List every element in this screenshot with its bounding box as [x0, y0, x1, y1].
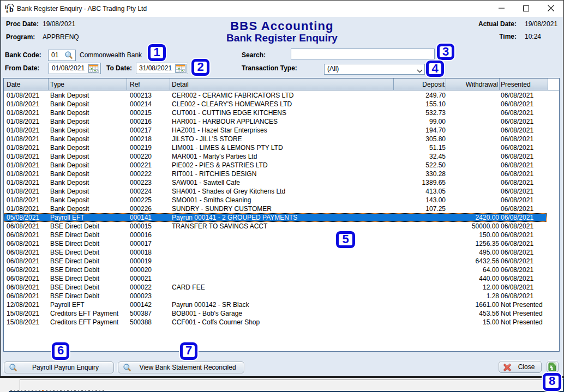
- svg-text:b: b: [9, 5, 14, 14]
- svg-text:s: s: [6, 8, 8, 14]
